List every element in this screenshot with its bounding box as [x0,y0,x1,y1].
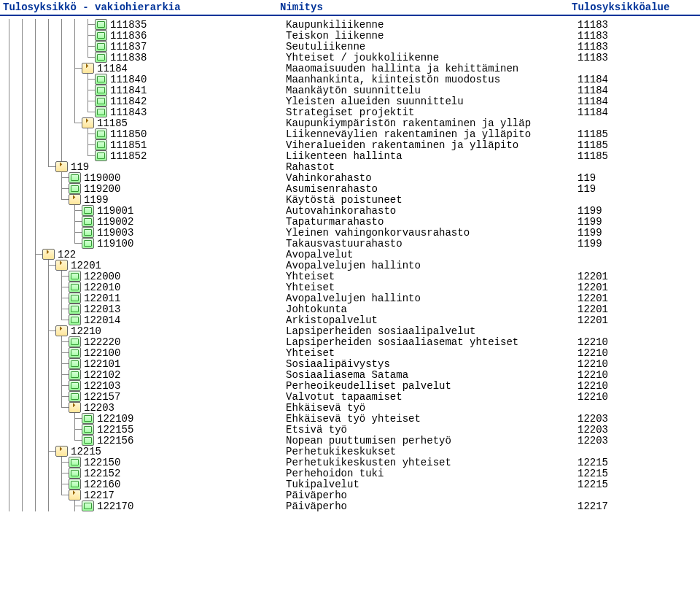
leaf-icon [69,391,81,402]
unit-code: 111851 [110,139,147,151]
unit-area: 11183 [578,30,608,42]
tree-row[interactable]: 111835Kaupunkiliikenne11183 [3,19,697,30]
unit-code: 111835 [110,19,147,31]
tree-connector [3,358,16,369]
unit-label: Liikenneväylien rakentaminen ja ylläpito [286,128,531,140]
unit-area: 11183 [578,19,608,31]
tree-row[interactable]: 111842Yleisten alueiden suunnittelu11184 [3,96,697,107]
tree-connector [16,347,29,358]
tree-row[interactable]: 11184Maaomaisuuden hallinta ja kehittämi… [3,63,697,74]
tree-row[interactable]: 119000Vahinkorahasto119 [3,172,697,183]
tree-row[interactable]: 12217Päiväperho [3,490,697,500]
tree-row[interactable]: 111843Strategiset projektit11184 [3,107,697,117]
tree-connector [55,314,69,325]
tree-connector [55,271,69,282]
unit-label: Viheralueiden rakentaminen ja ylläpito [286,139,518,151]
tree-row[interactable]: 12201Avopalvelujen hallinto [3,260,697,271]
tree-row[interactable]: 122101Sosiaalipäivystys12210 [3,358,697,369]
tree-connector [3,293,16,304]
tree-connector [69,52,82,63]
tree-connector [29,468,42,479]
tree-connector [42,468,55,479]
tree-connector [42,205,55,216]
tree-row[interactable]: 122011Avopalvelujen hallinto12201 [3,293,697,304]
tree-row[interactable]: 111838Yhteiset / joukkoliikenne11183 [3,52,697,63]
tree-row[interactable]: 12215Perhetukikeskukset [3,446,697,457]
tree-connector [42,85,55,96]
tree-row[interactable]: 11185Kaupunkiympäristön rakentaminen ja … [3,117,697,128]
tree-row[interactable]: 1199Käytöstä poistuneet [3,194,697,205]
tree-connector [29,96,42,107]
tree-row[interactable]: 122Avopalvelut [3,249,697,260]
tree-row[interactable]: 122155Etsivä työ12203 [3,424,697,435]
leaf-icon [95,150,107,161]
unit-label: Yleisten alueiden suunnittelu [286,96,464,107]
tree-connector [55,457,69,468]
leaf-icon [95,19,107,30]
tree-connector [3,282,16,293]
unit-area: 12210 [578,347,608,359]
tree-row[interactable]: 12203Ehkäisevä työ [3,402,697,413]
tree-row[interactable]: 122010Yhteiset12201 [3,282,697,293]
tree-row[interactable]: 122152Perhehoidon tuki12215 [3,468,697,479]
tree-row[interactable]: 111852Liikenteen hallinta11185 [3,150,697,161]
header-name: Nimitys [280,1,572,13]
tree-connector [42,107,55,117]
unit-code: 111838 [110,52,147,63]
tree-connector [29,139,42,150]
tree-row[interactable]: 122109Ehkäisevä työ yhteiset12203 [3,413,697,424]
tree-connector [69,30,82,41]
tree-row[interactable]: 119100Takausvastuurahasto1199 [3,238,697,249]
tree-row[interactable]: 122013Johtokunta12201 [3,304,697,314]
unit-code: 12217 [84,490,114,501]
tree-row[interactable]: 111851Viheralueiden rakentaminen ja yllä… [3,139,697,150]
tree-row[interactable]: 122157Valvotut tapaamiset12210 [3,391,697,402]
unit-label: Valvotut tapaamiset [286,391,402,403]
unit-code: 12203 [84,402,114,414]
tree-connector [29,336,42,347]
unit-label: Avopalvelujen hallinto [286,293,421,304]
header-area: Tulosyksikköalue [572,1,697,13]
tree-connector [16,30,29,41]
tree-row[interactable]: 122220Lapsiperheiden sosiaaliasemat yhte… [3,336,697,347]
tree-row[interactable]: 122150Perhetukikeskusten yhteiset12215 [3,457,697,468]
tree-row[interactable]: 111837Seutuliikenne11183 [3,41,697,52]
tree-connector [3,457,16,468]
tree-connector [55,391,69,402]
tree-row[interactable]: 119001Autovahinkorahasto1199 [3,205,697,216]
tree-connector [42,435,55,446]
tree-row[interactable]: 111850Liikenneväylien rakentaminen ja yl… [3,128,697,139]
unit-label: Autovahinkorahasto [286,205,396,217]
leaf-icon [82,500,94,511]
unit-label: Liikenteen hallinta [286,150,402,162]
tree-connector [3,150,16,161]
hierarchy-tree: 111835Kaupunkiliikenne11183111836Teiskon… [0,16,700,514]
leaf-icon [82,413,94,424]
tree-connector [82,74,95,85]
tree-connector [55,490,69,500]
tree-row[interactable]: 111836Teiskon liikenne11183 [3,30,697,41]
tree-connector [3,117,16,128]
leaf-icon [95,128,107,139]
tree-row[interactable]: 122156Nopean puuttumisen perhetyö12203 [3,435,697,446]
tree-row[interactable]: 122014Arkistopalvelut12201 [3,314,697,325]
tree-row[interactable]: 111841Maankäytön suunnittelu11184 [3,85,697,96]
tree-connector [29,227,42,238]
tree-row[interactable]: 122102Sosiaaliasema Satama12210 [3,369,697,380]
tree-row[interactable]: 122160Tukipalvelut12215 [3,479,697,490]
tree-row[interactable]: 119002Tapaturmarahasto1199 [3,216,697,227]
tree-row[interactable]: 119Rahastot [3,161,697,172]
tree-row[interactable]: 122100Yhteiset12210 [3,347,697,358]
tree-row[interactable]: 111840Maanhankinta, kiinteistön muodostu… [3,74,697,85]
tree-connector [16,172,29,183]
tree-row[interactable]: 119200Asumisenrahasto119 [3,183,697,194]
tree-row[interactable]: 122000Yhteiset12201 [3,271,697,282]
tree-row[interactable]: 119003Yleinen vahingonkorvausrahasto1199 [3,227,697,238]
unit-code: 1199 [84,194,109,206]
tree-row[interactable]: 12210Lapsiperheiden sosiaalipalvelut [3,325,697,336]
leaf-icon [69,369,81,380]
tree-connector [55,63,69,74]
tree-connector [42,304,55,314]
tree-row[interactable]: 122103Perheoikeudelliset palvelut12210 [3,380,697,391]
tree-row[interactable]: 122170Päiväperho12217 [3,500,697,511]
